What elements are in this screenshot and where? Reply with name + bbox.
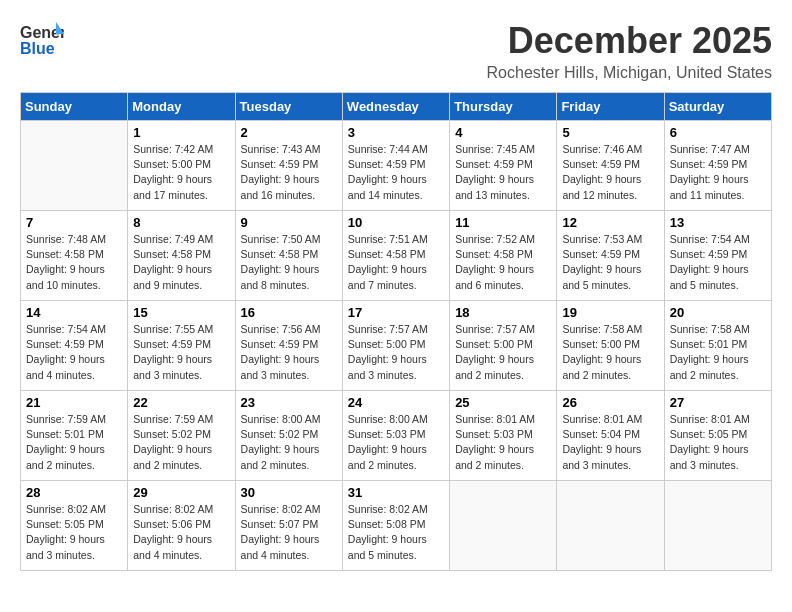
day-number: 1 [133, 125, 229, 140]
day-header-wednesday: Wednesday [342, 93, 449, 121]
day-info: Sunrise: 8:02 AM Sunset: 5:08 PM Dayligh… [348, 502, 444, 563]
calendar-cell: 6Sunrise: 7:47 AM Sunset: 4:59 PM Daylig… [664, 121, 771, 211]
day-number: 3 [348, 125, 444, 140]
day-info: Sunrise: 7:43 AM Sunset: 4:59 PM Dayligh… [241, 142, 337, 203]
calendar-cell: 20Sunrise: 7:58 AM Sunset: 5:01 PM Dayli… [664, 301, 771, 391]
page-header: General Blue December 2025 Rochester Hil… [20, 20, 772, 82]
day-number: 11 [455, 215, 551, 230]
day-info: Sunrise: 7:54 AM Sunset: 4:59 PM Dayligh… [670, 232, 766, 293]
day-info: Sunrise: 8:02 AM Sunset: 5:07 PM Dayligh… [241, 502, 337, 563]
day-number: 28 [26, 485, 122, 500]
calendar-cell: 1Sunrise: 7:42 AM Sunset: 5:00 PM Daylig… [128, 121, 235, 211]
day-info: Sunrise: 7:47 AM Sunset: 4:59 PM Dayligh… [670, 142, 766, 203]
day-number: 12 [562, 215, 658, 230]
day-number: 16 [241, 305, 337, 320]
day-number: 19 [562, 305, 658, 320]
day-info: Sunrise: 8:00 AM Sunset: 5:02 PM Dayligh… [241, 412, 337, 473]
calendar-cell: 4Sunrise: 7:45 AM Sunset: 4:59 PM Daylig… [450, 121, 557, 211]
day-info: Sunrise: 7:52 AM Sunset: 4:58 PM Dayligh… [455, 232, 551, 293]
day-number: 25 [455, 395, 551, 410]
week-row-2: 7Sunrise: 7:48 AM Sunset: 4:58 PM Daylig… [21, 211, 772, 301]
day-info: Sunrise: 7:51 AM Sunset: 4:58 PM Dayligh… [348, 232, 444, 293]
day-info: Sunrise: 8:02 AM Sunset: 5:06 PM Dayligh… [133, 502, 229, 563]
day-number: 2 [241, 125, 337, 140]
week-row-3: 14Sunrise: 7:54 AM Sunset: 4:59 PM Dayli… [21, 301, 772, 391]
calendar-cell [450, 481, 557, 571]
day-number: 9 [241, 215, 337, 230]
calendar-cell: 24Sunrise: 8:00 AM Sunset: 5:03 PM Dayli… [342, 391, 449, 481]
calendar-cell: 13Sunrise: 7:54 AM Sunset: 4:59 PM Dayli… [664, 211, 771, 301]
day-info: Sunrise: 7:46 AM Sunset: 4:59 PM Dayligh… [562, 142, 658, 203]
calendar-cell: 9Sunrise: 7:50 AM Sunset: 4:58 PM Daylig… [235, 211, 342, 301]
calendar-cell [21, 121, 128, 211]
day-number: 13 [670, 215, 766, 230]
calendar-cell: 26Sunrise: 8:01 AM Sunset: 5:04 PM Dayli… [557, 391, 664, 481]
day-info: Sunrise: 7:48 AM Sunset: 4:58 PM Dayligh… [26, 232, 122, 293]
day-number: 30 [241, 485, 337, 500]
calendar-cell: 16Sunrise: 7:56 AM Sunset: 4:59 PM Dayli… [235, 301, 342, 391]
day-number: 17 [348, 305, 444, 320]
day-number: 29 [133, 485, 229, 500]
calendar-cell: 25Sunrise: 8:01 AM Sunset: 5:03 PM Dayli… [450, 391, 557, 481]
day-info: Sunrise: 7:59 AM Sunset: 5:01 PM Dayligh… [26, 412, 122, 473]
month-title: December 2025 [487, 20, 772, 62]
calendar-header-row: SundayMondayTuesdayWednesdayThursdayFrid… [21, 93, 772, 121]
calendar-cell: 3Sunrise: 7:44 AM Sunset: 4:59 PM Daylig… [342, 121, 449, 211]
week-row-4: 21Sunrise: 7:59 AM Sunset: 5:01 PM Dayli… [21, 391, 772, 481]
day-info: Sunrise: 7:44 AM Sunset: 4:59 PM Dayligh… [348, 142, 444, 203]
day-number: 22 [133, 395, 229, 410]
day-number: 26 [562, 395, 658, 410]
day-number: 21 [26, 395, 122, 410]
calendar-cell: 8Sunrise: 7:49 AM Sunset: 4:58 PM Daylig… [128, 211, 235, 301]
week-row-1: 1Sunrise: 7:42 AM Sunset: 5:00 PM Daylig… [21, 121, 772, 211]
day-number: 10 [348, 215, 444, 230]
day-info: Sunrise: 7:49 AM Sunset: 4:58 PM Dayligh… [133, 232, 229, 293]
calendar-cell: 27Sunrise: 8:01 AM Sunset: 5:05 PM Dayli… [664, 391, 771, 481]
calendar-cell: 28Sunrise: 8:02 AM Sunset: 5:05 PM Dayli… [21, 481, 128, 571]
day-number: 5 [562, 125, 658, 140]
title-area: December 2025 Rochester Hills, Michigan,… [487, 20, 772, 82]
day-header-sunday: Sunday [21, 93, 128, 121]
calendar-table: SundayMondayTuesdayWednesdayThursdayFrid… [20, 92, 772, 571]
day-info: Sunrise: 8:02 AM Sunset: 5:05 PM Dayligh… [26, 502, 122, 563]
calendar-cell: 19Sunrise: 7:58 AM Sunset: 5:00 PM Dayli… [557, 301, 664, 391]
location: Rochester Hills, Michigan, United States [487, 64, 772, 82]
day-header-thursday: Thursday [450, 93, 557, 121]
day-number: 24 [348, 395, 444, 410]
day-number: 8 [133, 215, 229, 230]
calendar-cell: 30Sunrise: 8:02 AM Sunset: 5:07 PM Dayli… [235, 481, 342, 571]
day-header-monday: Monday [128, 93, 235, 121]
day-number: 7 [26, 215, 122, 230]
day-info: Sunrise: 7:54 AM Sunset: 4:59 PM Dayligh… [26, 322, 122, 383]
day-header-friday: Friday [557, 93, 664, 121]
calendar-cell: 29Sunrise: 8:02 AM Sunset: 5:06 PM Dayli… [128, 481, 235, 571]
day-info: Sunrise: 7:56 AM Sunset: 4:59 PM Dayligh… [241, 322, 337, 383]
day-number: 27 [670, 395, 766, 410]
day-number: 20 [670, 305, 766, 320]
day-number: 14 [26, 305, 122, 320]
day-info: Sunrise: 7:42 AM Sunset: 5:00 PM Dayligh… [133, 142, 229, 203]
day-info: Sunrise: 7:59 AM Sunset: 5:02 PM Dayligh… [133, 412, 229, 473]
calendar-cell: 14Sunrise: 7:54 AM Sunset: 4:59 PM Dayli… [21, 301, 128, 391]
day-header-tuesday: Tuesday [235, 93, 342, 121]
day-number: 23 [241, 395, 337, 410]
day-number: 18 [455, 305, 551, 320]
calendar-cell: 22Sunrise: 7:59 AM Sunset: 5:02 PM Dayli… [128, 391, 235, 481]
calendar-cell: 12Sunrise: 7:53 AM Sunset: 4:59 PM Dayli… [557, 211, 664, 301]
calendar-body: 1Sunrise: 7:42 AM Sunset: 5:00 PM Daylig… [21, 121, 772, 571]
day-header-saturday: Saturday [664, 93, 771, 121]
calendar-cell: 10Sunrise: 7:51 AM Sunset: 4:58 PM Dayli… [342, 211, 449, 301]
day-number: 6 [670, 125, 766, 140]
day-info: Sunrise: 7:58 AM Sunset: 5:00 PM Dayligh… [562, 322, 658, 383]
calendar-cell: 18Sunrise: 7:57 AM Sunset: 5:00 PM Dayli… [450, 301, 557, 391]
day-number: 4 [455, 125, 551, 140]
calendar-cell [664, 481, 771, 571]
day-info: Sunrise: 7:57 AM Sunset: 5:00 PM Dayligh… [348, 322, 444, 383]
day-number: 15 [133, 305, 229, 320]
calendar-cell: 17Sunrise: 7:57 AM Sunset: 5:00 PM Dayli… [342, 301, 449, 391]
day-info: Sunrise: 8:01 AM Sunset: 5:03 PM Dayligh… [455, 412, 551, 473]
logo-icon: General Blue [20, 20, 64, 58]
calendar-cell: 7Sunrise: 7:48 AM Sunset: 4:58 PM Daylig… [21, 211, 128, 301]
calendar-cell: 11Sunrise: 7:52 AM Sunset: 4:58 PM Dayli… [450, 211, 557, 301]
calendar-cell [557, 481, 664, 571]
